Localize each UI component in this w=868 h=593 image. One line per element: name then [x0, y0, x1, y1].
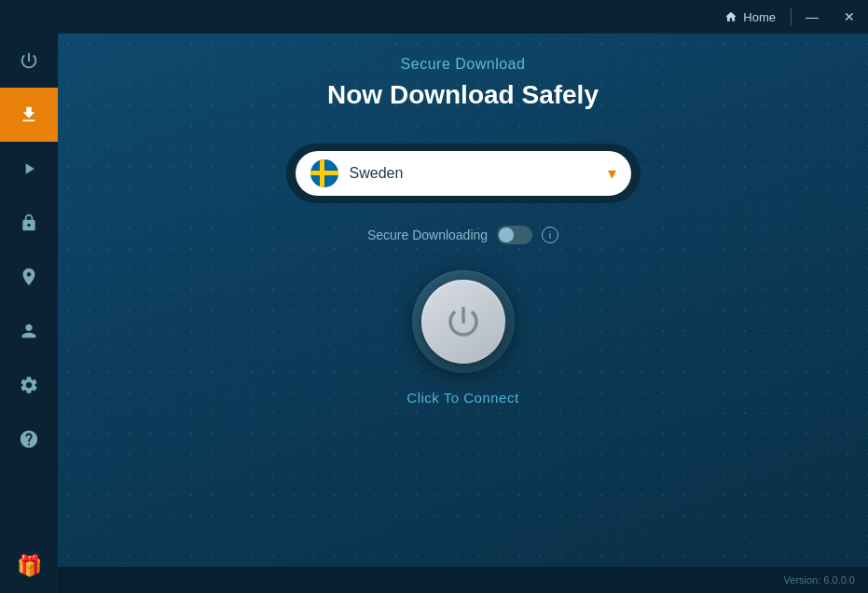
user-icon: [19, 321, 39, 341]
power-button[interactable]: [412, 270, 515, 373]
country-selector[interactable]: Sweden ▾: [296, 151, 631, 196]
page-subtitle: Secure Download: [401, 56, 526, 73]
secure-downloading-toggle[interactable]: [497, 226, 532, 244]
content-area: Secure Download Now Download Safely Swed…: [58, 34, 868, 406]
sidebar: 🎁: [0, 34, 58, 593]
title-bar-controls: Home — ✕: [711, 0, 868, 34]
connect-label[interactable]: Click To Connect: [406, 390, 518, 406]
ip-icon: [19, 267, 39, 287]
play-icon: [20, 159, 38, 178]
title-bar: Home — ✕: [0, 0, 868, 34]
dropdown-arrow-icon: ▾: [608, 163, 616, 184]
country-flag: [310, 159, 338, 187]
close-button[interactable]: ✕: [831, 0, 868, 34]
close-icon: ✕: [844, 9, 855, 24]
home-icon: [724, 10, 737, 23]
power-button-inner: [421, 280, 505, 364]
home-label: Home: [743, 10, 776, 24]
version-bar: Version: 6.0.0.0: [58, 567, 868, 593]
country-name: Sweden: [350, 165, 608, 182]
power-icon: [19, 50, 39, 71]
title-bar-divider: [791, 8, 792, 25]
page-title: Now Download Safely: [327, 80, 599, 110]
lock-icon: [20, 214, 38, 232]
minimize-button[interactable]: —: [793, 0, 831, 34]
minimize-icon: —: [806, 9, 819, 24]
sidebar-item-help[interactable]: [0, 412, 58, 466]
sidebar-item-user[interactable]: [0, 304, 58, 358]
download-icon: [19, 104, 39, 125]
power-button-container: [412, 270, 515, 373]
main-content: Secure Download Now Download Safely Swed…: [58, 34, 868, 593]
sidebar-item-settings[interactable]: [0, 358, 58, 412]
gift-icon: 🎁: [17, 554, 42, 578]
sidebar-item-play[interactable]: [0, 142, 58, 196]
sidebar-item-download[interactable]: [0, 88, 58, 142]
sidebar-item-gift[interactable]: 🎁: [0, 539, 58, 593]
sidebar-item-power[interactable]: [0, 34, 58, 88]
settings-icon: [19, 375, 39, 395]
secure-downloading-label: Secure Downloading: [367, 228, 488, 242]
power-button-icon: [444, 302, 483, 341]
version-text: Version: 6.0.0.0: [784, 574, 855, 586]
toggle-row: Secure Downloading i: [367, 226, 558, 244]
help-icon: [19, 429, 39, 449]
sidebar-item-lock[interactable]: [0, 196, 58, 250]
info-icon[interactable]: i: [542, 227, 558, 243]
home-button[interactable]: Home: [711, 10, 789, 24]
sidebar-item-ip[interactable]: [0, 250, 58, 304]
country-selector-wrapper: Sweden ▾: [286, 144, 641, 203]
